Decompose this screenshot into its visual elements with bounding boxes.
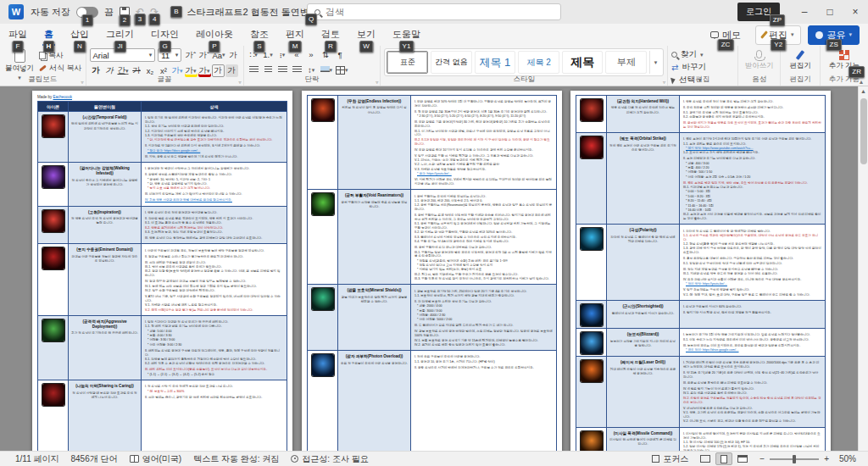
mutator-row: (궤도 폭격(Orbital Strike))적의 궤도 폭격이 아군 유닛과 … <box>576 133 825 225</box>
tab-도움말[interactable]: 도움말Y1 <box>384 25 429 46</box>
tab-그리기[interactable]: 그리기JI <box>97 25 142 46</box>
chevron-down-icon: ▾ <box>282 52 286 58</box>
mutator-name: (공격적 배치(Aggressive Deployment)) <box>71 319 138 330</box>
read-mode-button[interactable] <box>697 452 714 465</box>
mutator-name-cell: (토지 수용권(Eminent Domain))파괴된 아군 구조물을 적들이 … <box>69 244 142 314</box>
chevron-down-icon: ▾ <box>345 67 348 74</box>
web-layout-button[interactable] <box>734 452 751 465</box>
proofing-status[interactable]: 영어(미국) <box>130 453 182 465</box>
share-button[interactable]: 공유 ▾ ZS <box>808 25 860 45</box>
read-mode-icon <box>700 455 710 463</box>
dialog-launcher-icon[interactable]: ▿ <box>663 79 665 85</box>
detail-line: * 공생체: 10, 방어탑: 5, 시간당 건물: 2, 기타: 1 <box>145 178 283 182</box>
detail-line: III. 공허 부활자의 유입 패턴과 대처법은 다음과 같습니다. <box>415 246 553 250</box>
print-layout-button[interactable] <box>715 452 732 465</box>
editing-mode-button[interactable]: 편집 ▾ Y2 <box>755 25 802 45</box>
tab-참조[interactable]: 참조S <box>242 25 277 46</box>
detail-line: I. 광물 보호막은 경기당 50 가치, 250개마다 일꾼 20기 기준 4… <box>415 290 553 294</box>
word-logo-icon[interactable]: W <box>8 4 24 19</box>
detail-line: II-1. 동일한 유닛 구성이라도 상대 극성 비율에 따라 전투력이 달라집… <box>683 262 821 266</box>
accessibility-status[interactable]: 접근성: 조사 필요 <box>291 453 368 465</box>
style-item-1[interactable]: 표준 <box>387 51 428 74</box>
dialog-launcher-icon[interactable]: ▿ <box>239 79 242 85</box>
mutator-icon-cell <box>576 133 607 224</box>
print-layout-icon <box>721 455 727 463</box>
mutator-name: (걸어다니는 감염체(Walking Infested)) <box>71 166 138 176</box>
document-canvas[interactable]: Made by Eacheoook아이콘돌연변이원상세(시간장(Temporal… <box>0 86 868 451</box>
chevron-down-icon: ▾ <box>791 31 794 38</box>
scroll-up-icon[interactable]: ▲ <box>859 86 868 94</box>
signin-button[interactable]: 로그인 ZP <box>737 3 780 21</box>
dialog-launcher-icon[interactable]: ▿ <box>81 79 84 85</box>
detail-link[interactable]: * 링크: https://youtu.be/… <box>415 172 553 176</box>
tab-삽입[interactable]: 삽입N <box>62 25 97 46</box>
style-item-2[interactable]: 간격 없음 <box>431 51 472 74</box>
zoom-out-button[interactable]: − <box>760 454 765 463</box>
style-item-4[interactable]: 제목 2 <box>518 51 559 74</box>
find-button[interactable]: 찾기▾ <box>671 49 734 60</box>
style-item-6[interactable]: 부제 <box>605 51 647 74</box>
multilevel-list-button[interactable]: ⁝▾ <box>276 48 289 61</box>
detail-line: II. 혼성 조합일수록 대응이 쉽습니다. 극단적인 특화 조합은 피하는 것… <box>683 257 821 261</box>
detail-link[interactable]: IV. 추천 영웅 사령관 조합과 맵별 대처법은 링크를 참고하십시오. <box>145 198 283 202</box>
mutator-icon <box>312 99 334 121</box>
ribbon: 붙여넣기 ▾ 복사 서식 복사 클립보드 ▿ Arial▾ 11▾ 가ˆ가ˇAa… <box>0 46 868 86</box>
dictate-button[interactable]: 받아쓰기 <box>742 48 776 69</box>
table-header-row: 아이콘돌연변이원상세 <box>38 102 287 112</box>
editing-group-label: 편집 <box>668 75 737 85</box>
focus-button[interactable]: 포커스 <box>652 453 688 465</box>
vertical-scrollbar[interactable]: ▲ <box>858 86 868 451</box>
comments-button[interactable]: 메모 ZC <box>703 25 748 45</box>
zoom-in-button[interactable]: + <box>824 454 829 463</box>
detail-line: * 어려움: 500 / 1:50 <box>683 170 821 175</box>
style-item-3[interactable]: 제목 1 <box>475 51 516 74</box>
tab-보기[interactable]: 보기W <box>348 25 384 46</box>
detail-line: * 아주 어려움: 폭격 2회 연속 + 0.5초 간격 / 1:20 <box>683 175 821 180</box>
dialog-launcher-icon[interactable]: ▿ <box>376 79 378 85</box>
detail-link[interactable]: * 참고 링크: https://docs.google.com/… <box>145 149 283 153</box>
format-painter-button[interactable]: 서식 복사 <box>39 63 82 74</box>
word-count[interactable]: 8456개 단어 <box>71 453 118 465</box>
mutator-icon <box>312 288 334 310</box>
mutator-icon <box>42 166 64 188</box>
clear-formatting-button[interactable]: 가 <box>227 49 240 62</box>
tab-레이아웃[interactable]: 레이아웃P <box>187 25 242 46</box>
ribbon-collapse-button[interactable]: ▴ ZR <box>860 78 863 86</box>
tab-label: 삽입 <box>70 29 89 39</box>
mutator-icon-cell <box>576 301 607 328</box>
mutator-icon-cell <box>308 351 338 451</box>
zoom-slider[interactable] <box>770 458 819 460</box>
close-button[interactable]: × <box>843 0 868 24</box>
increase-indent-button[interactable]: » <box>305 48 318 61</box>
restore-button[interactable]: □ <box>817 0 843 24</box>
zoom-slider-thumb[interactable] <box>793 455 796 463</box>
focus-icon <box>652 455 659 463</box>
detail-line: I. 눈보라가 경기당 1회 이상 맵을 가로지르며 이동합니다. 닿은 유닛은… <box>683 333 821 337</box>
grow-font-button[interactable]: 가ˆ <box>184 49 197 62</box>
detail-link[interactable]: * 경로 정리: https://drive.google.com/… <box>683 348 821 352</box>
search-input[interactable]: 검색 Q <box>307 3 561 20</box>
made-by-link[interactable]: Eacheoook <box>53 95 73 99</box>
minimize-button[interactable]: – <box>792 0 817 24</box>
tab-디자인[interactable]: 디자인G <box>142 25 187 46</box>
editor-button[interactable]: 편집기 <box>784 48 815 69</box>
tab-파일[interactable]: 파일F <box>0 25 36 46</box>
zoom-percentage[interactable]: 50% <box>834 454 856 463</box>
mutator-icon <box>312 193 334 215</box>
tab-검토[interactable]: 검토R <box>313 25 348 46</box>
detail-link[interactable]: * 정리 영상: https://youtu.be/… <box>683 282 821 286</box>
style-item-5[interactable]: 제목 <box>562 51 604 74</box>
page-indicator[interactable]: 1/11 페이지 <box>15 453 59 465</box>
mutator-name-cell: (눈보라(Blizzard))눈보라가 전장을 가로지르며 지나간 자리의 유닛… <box>607 329 680 356</box>
mutator-details-cell: I. 유닛과 구조물의 시야가 60% 감소합니다.II. 탐지기와 시야 제공… <box>680 301 825 328</box>
tab-편지[interactable]: 편지M <box>277 25 313 46</box>
text-autocomplete-status[interactable]: 텍스트 자동 완성: 켜짐 <box>193 453 279 465</box>
replace-button[interactable]: ⇄바꾸기 <box>671 62 734 73</box>
styles-more-button[interactable]: ▾ <box>649 51 661 74</box>
scrollbar-thumb[interactable] <box>860 98 867 164</box>
detail-line: III-2. II-1과 동일한 시점, 동일한 경로였어도 재 시작 시 구성… <box>415 138 553 147</box>
mutator-desc: 거대 레이저 드릴이 아군 유닛을 지속적으로 조준해 공격합니다. <box>609 368 676 376</box>
detail-line: I. 무한 감염은 체력 50% 상태로 1회 더 부활합니다. 부활한 유닛은… <box>415 100 553 108</box>
tab-홈[interactable]: 홈H <box>36 25 62 46</box>
mutator-icon <box>42 247 64 269</box>
